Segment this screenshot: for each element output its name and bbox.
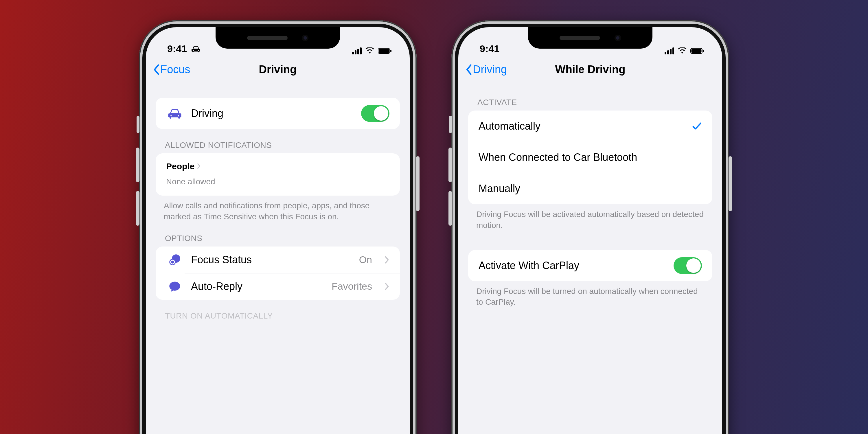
carplay-footer: Driving Focus will be turned on automati… bbox=[468, 281, 712, 308]
chevron-right-icon bbox=[384, 255, 390, 264]
mute-switch bbox=[449, 116, 452, 133]
checkmark-icon bbox=[692, 122, 702, 130]
chevron-right-icon bbox=[197, 161, 201, 171]
cellular-icon bbox=[352, 48, 362, 54]
battery-icon bbox=[690, 48, 704, 54]
carplay-toggle-switch[interactable] bbox=[674, 257, 702, 274]
side-button bbox=[416, 156, 420, 211]
chat-bubble-icon bbox=[166, 280, 183, 293]
cellular-icon bbox=[664, 48, 674, 54]
back-label: Driving bbox=[473, 63, 507, 76]
options-header: OPTIONS bbox=[156, 222, 400, 247]
people-label: People bbox=[166, 161, 194, 171]
phone-driving-settings: 9:41 Focus bbox=[139, 20, 416, 434]
driving-toggle-group: Driving bbox=[156, 98, 400, 129]
nav-bar: Driving While Driving bbox=[458, 57, 722, 82]
allowed-notifications-footer: Allow calls and notifications from peopl… bbox=[156, 195, 400, 222]
turn-on-automatically-header: TURN ON AUTOMATICALLY bbox=[156, 300, 400, 324]
notch bbox=[528, 27, 652, 49]
wifi-icon bbox=[678, 48, 687, 54]
allowed-notifications-header: ALLOWED NOTIFICATIONS bbox=[156, 129, 400, 153]
back-label: Focus bbox=[160, 63, 190, 76]
svg-rect-9 bbox=[703, 50, 704, 52]
people-row[interactable]: People bbox=[166, 161, 390, 171]
focus-status-value: On bbox=[359, 254, 372, 265]
focus-status-row[interactable]: Focus Status On bbox=[156, 247, 400, 273]
activate-option-manually[interactable]: Manually bbox=[468, 173, 712, 204]
volume-up-button bbox=[448, 148, 452, 182]
auto-reply-label: Auto-Reply bbox=[191, 280, 243, 292]
side-button bbox=[728, 156, 732, 211]
volume-down-button bbox=[136, 191, 140, 226]
activate-option-bluetooth[interactable]: When Connected to Car Bluetooth bbox=[468, 142, 712, 173]
notch bbox=[216, 27, 340, 49]
auto-reply-row[interactable]: Auto-Reply Favorites bbox=[156, 273, 400, 300]
activate-option-automatically[interactable]: Automatically bbox=[468, 111, 712, 142]
focus-status-label: Focus Status bbox=[191, 254, 252, 266]
carplay-row[interactable]: Activate With CarPlay bbox=[468, 250, 712, 281]
activate-header: ACTIVATE bbox=[468, 82, 712, 111]
activate-footer: Driving Focus will be activated automati… bbox=[468, 204, 712, 231]
activate-option-label: Automatically bbox=[478, 120, 685, 132]
volume-down-button bbox=[448, 191, 452, 226]
driving-toggle-row[interactable]: Driving bbox=[156, 98, 400, 129]
activate-group: Automatically When Connected to Car Blue… bbox=[468, 111, 712, 204]
activate-option-label: When Connected to Car Bluetooth bbox=[478, 151, 702, 163]
battery-icon bbox=[378, 48, 392, 54]
page-title: Driving bbox=[259, 63, 297, 76]
volume-up-button bbox=[136, 148, 140, 182]
back-button[interactable]: Focus bbox=[153, 63, 190, 76]
page-title: While Driving bbox=[555, 63, 625, 76]
people-value: None allowed bbox=[166, 177, 390, 186]
phone-while-driving: 9:41 Driving While bbox=[452, 20, 729, 434]
options-group: Focus Status On Auto-Reply Favorites bbox=[156, 247, 400, 300]
carplay-group: Activate With CarPlay bbox=[468, 250, 712, 281]
auto-reply-value: Favorites bbox=[332, 281, 372, 292]
focus-status-icon bbox=[166, 253, 183, 266]
wifi-icon bbox=[365, 48, 374, 54]
status-time: 9:41 bbox=[480, 43, 499, 54]
chevron-right-icon bbox=[384, 282, 390, 291]
mute-switch bbox=[136, 116, 140, 133]
driving-toggle-switch[interactable] bbox=[361, 105, 390, 122]
car-icon bbox=[191, 45, 201, 52]
people-card[interactable]: People None allowed bbox=[156, 153, 400, 195]
svg-rect-2 bbox=[390, 50, 392, 52]
activate-option-label: Manually bbox=[478, 183, 702, 195]
svg-rect-1 bbox=[379, 49, 389, 53]
car-icon bbox=[166, 108, 183, 119]
nav-bar: Focus Driving bbox=[146, 57, 410, 82]
carplay-label: Activate With CarPlay bbox=[478, 259, 666, 272]
svg-point-6 bbox=[171, 260, 174, 263]
status-time: 9:41 bbox=[167, 43, 187, 54]
back-button[interactable]: Driving bbox=[465, 63, 507, 76]
driving-toggle-label: Driving bbox=[191, 107, 353, 120]
svg-rect-8 bbox=[691, 49, 702, 53]
